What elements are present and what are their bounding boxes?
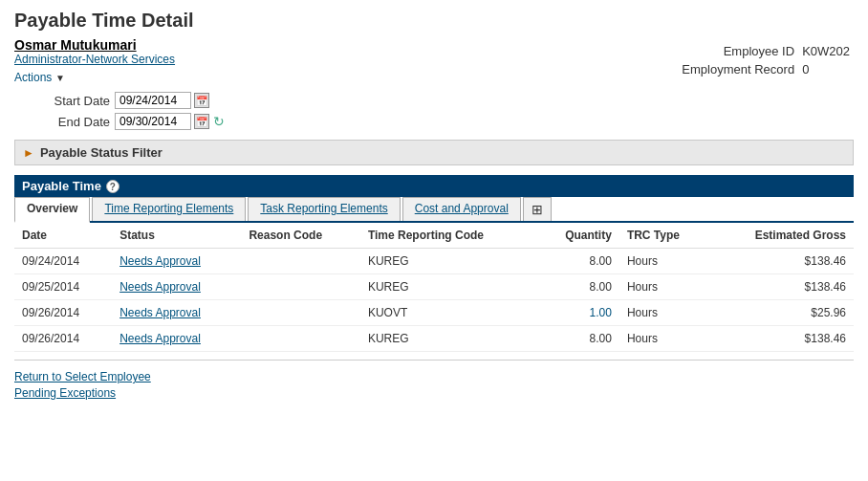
date-section: Start Date 📅 End Date 📅 ↻ <box>14 92 854 130</box>
cell-quantity-2: 1.00 <box>536 300 619 326</box>
payable-time-table: Date Status Reason Code Time Reporting C… <box>14 223 854 352</box>
tab-time-reporting-elements[interactable]: Time Reporting Elements <box>92 197 246 221</box>
page-title: Payable Time Detail <box>14 10 854 32</box>
cell-reason-code-1 <box>241 274 359 300</box>
cell-status-0[interactable]: Needs Approval <box>112 249 241 274</box>
footer-divider <box>14 360 854 361</box>
employee-id-value: K0W202 <box>798 42 854 60</box>
payable-time-header: Payable Time ? <box>14 175 854 197</box>
payable-time-title: Payable Time <box>22 179 101 193</box>
help-icon[interactable]: ? <box>106 180 119 193</box>
cell-trc-1: KUREG <box>360 274 536 300</box>
actions-chevron-icon[interactable]: ▼ <box>55 73 65 83</box>
cell-trc-type-0: Hours <box>619 249 711 274</box>
cell-trc-type-2: Hours <box>619 300 711 326</box>
col-quantity: Quantity <box>536 223 619 249</box>
tab-task-reporting-elements[interactable]: Task Reporting Elements <box>248 197 400 221</box>
cell-estimated-gross-3: $138.46 <box>710 326 854 352</box>
table-row: 09/25/2014 Needs Approval KUREG 8.00 Hou… <box>14 274 854 300</box>
table-row: 09/26/2014 Needs Approval KUOVT 1.00 Hou… <box>14 300 854 326</box>
cell-trc-2: KUOVT <box>360 300 536 326</box>
cell-status-2[interactable]: Needs Approval <box>112 300 241 326</box>
cell-quantity-3: 8.00 <box>536 326 619 352</box>
tab-overview[interactable]: Overview <box>14 197 90 223</box>
col-date: Date <box>14 223 112 249</box>
cell-status-1[interactable]: Needs Approval <box>112 274 241 300</box>
cell-date-1: 09/25/2014 <box>14 274 112 300</box>
employee-name[interactable]: Osmar Mutukumari <box>14 37 175 53</box>
cell-trc-3: KUREG <box>360 326 536 352</box>
cell-date-0: 09/24/2014 <box>14 249 112 274</box>
cell-trc-type-3: Hours <box>619 326 711 352</box>
employee-department[interactable]: Administrator-Network Services <box>14 53 175 66</box>
tab-extra-icon[interactable]: ⊞ <box>523 197 552 221</box>
col-status: Status <box>112 223 241 249</box>
start-date-label: Start Date <box>43 94 110 108</box>
footer-links: Return to Select Employee Pending Except… <box>14 370 854 400</box>
table-row: 09/24/2014 Needs Approval KUREG 8.00 Hou… <box>14 249 854 274</box>
end-date-input[interactable] <box>115 113 191 130</box>
start-date-row: Start Date 📅 <box>43 92 854 109</box>
cell-trc-type-1: Hours <box>619 274 711 300</box>
pending-exceptions-link[interactable]: Pending Exceptions <box>14 386 854 400</box>
table-header-row: Date Status Reason Code Time Reporting C… <box>14 223 854 249</box>
start-date-calendar-icon[interactable]: 📅 <box>194 93 209 108</box>
end-date-row: End Date 📅 ↻ <box>43 113 854 130</box>
table-row: 09/26/2014 Needs Approval KUREG 8.00 Hou… <box>14 326 854 352</box>
employment-record-label: Employment Record <box>678 60 798 78</box>
payable-status-filter[interactable]: ► Payable Status Filter <box>14 140 854 165</box>
cell-reason-code-0 <box>241 249 359 274</box>
payable-time-section: Payable Time ? Overview Time Reporting E… <box>14 175 854 352</box>
filter-label: Payable Status Filter <box>40 145 163 160</box>
start-date-input[interactable] <box>115 92 191 109</box>
col-reason-code: Reason Code <box>241 223 359 249</box>
return-to-select-employee-link[interactable]: Return to Select Employee <box>14 370 854 383</box>
left-info: Osmar Mutukumari Administrator-Network S… <box>14 37 175 84</box>
header-row: Osmar Mutukumari Administrator-Network S… <box>14 37 854 84</box>
right-info: Employee ID K0W202 Employment Record 0 <box>678 37 854 78</box>
cell-estimated-gross-1: $138.46 <box>710 274 854 300</box>
cell-quantity-0: 8.00 <box>536 249 619 274</box>
tab-cost-and-approval[interactable]: Cost and Approval <box>402 197 521 221</box>
cell-reason-code-2 <box>241 300 359 326</box>
page-container: Payable Time Detail Osmar Mutukumari Adm… <box>0 0 868 412</box>
refresh-icon[interactable]: ↻ <box>213 114 225 129</box>
cell-trc-0: KUREG <box>360 249 536 274</box>
employment-record-value: 0 <box>798 60 854 78</box>
end-date-label: End Date <box>43 115 110 129</box>
employee-id-label: Employee ID <box>678 42 798 60</box>
col-trc: Time Reporting Code <box>360 223 536 249</box>
filter-arrow-icon: ► <box>23 146 34 160</box>
end-date-calendar-icon[interactable]: 📅 <box>194 114 209 129</box>
cell-quantity-1: 8.00 <box>536 274 619 300</box>
grid-icon: ⊞ <box>532 202 543 217</box>
cell-date-2: 09/26/2014 <box>14 300 112 326</box>
cell-status-3[interactable]: Needs Approval <box>112 326 241 352</box>
col-trc-type: TRC Type <box>619 223 711 249</box>
tab-bar: Overview Time Reporting Elements Task Re… <box>14 197 854 223</box>
cell-date-3: 09/26/2014 <box>14 326 112 352</box>
cell-estimated-gross-0: $138.46 <box>710 249 854 274</box>
cell-reason-code-3 <box>241 326 359 352</box>
cell-estimated-gross-2: $25.96 <box>710 300 854 326</box>
actions-link[interactable]: Actions <box>14 71 52 84</box>
col-estimated-gross: Estimated Gross <box>710 223 854 249</box>
